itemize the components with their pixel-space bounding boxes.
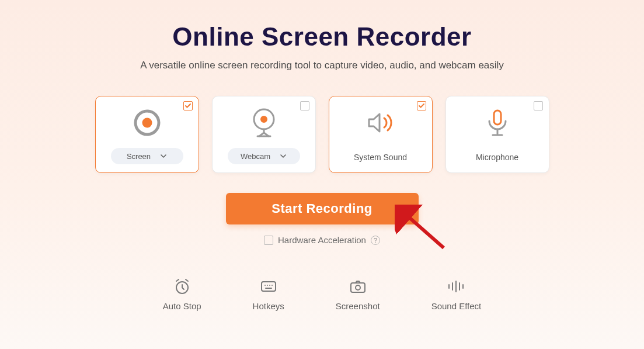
svg-point-13 bbox=[356, 285, 360, 290]
source-cards: Screen Webcam bbox=[95, 96, 549, 173]
help-icon[interactable]: ? bbox=[371, 236, 380, 245]
camera-icon bbox=[349, 279, 367, 294]
webcam-dropdown[interactable]: Webcam bbox=[228, 148, 300, 164]
keyboard-icon bbox=[260, 279, 277, 294]
speaker-icon bbox=[365, 106, 396, 140]
svg-rect-12 bbox=[351, 283, 365, 292]
tool-sound-effect[interactable]: Sound Effect bbox=[431, 279, 482, 311]
tool-auto-stop-label: Auto Stop bbox=[163, 301, 201, 311]
page-title: Online Screen Recorder bbox=[172, 22, 471, 51]
microphone-icon bbox=[485, 106, 510, 140]
card-system-sound[interactable]: System Sound bbox=[329, 96, 433, 173]
tool-hotkeys-label: Hotkeys bbox=[253, 301, 284, 311]
svg-rect-4 bbox=[494, 110, 501, 125]
page-subtitle: A versatile online screen recording tool… bbox=[140, 60, 504, 71]
checkbox-screen[interactable] bbox=[183, 101, 193, 110]
checkbox-system-sound[interactable] bbox=[417, 101, 426, 110]
microphone-label: Microphone bbox=[476, 153, 518, 162]
checkbox-webcam[interactable] bbox=[300, 101, 309, 110]
tool-hotkeys[interactable]: Hotkeys bbox=[253, 279, 284, 311]
tool-sound-effect-label: Sound Effect bbox=[431, 301, 482, 311]
card-webcam[interactable]: Webcam bbox=[212, 96, 316, 173]
svg-point-8 bbox=[267, 285, 268, 286]
check-icon bbox=[185, 102, 192, 109]
system-sound-label: System Sound bbox=[354, 153, 407, 162]
card-microphone[interactable]: Microphone bbox=[445, 96, 549, 173]
checkbox-microphone[interactable] bbox=[534, 101, 543, 110]
screen-dropdown-label: Screen bbox=[127, 152, 151, 161]
check-icon bbox=[418, 102, 425, 109]
svg-rect-6 bbox=[262, 282, 276, 291]
hardware-accel-row: Hardware Acceleration ? bbox=[264, 235, 380, 245]
chevron-down-icon bbox=[280, 153, 287, 160]
hardware-accel-label: Hardware Acceleration bbox=[278, 235, 366, 245]
start-recording-button[interactable]: Start Recording bbox=[226, 193, 419, 224]
record-icon bbox=[133, 106, 162, 140]
webcam-icon bbox=[250, 106, 277, 140]
svg-point-7 bbox=[264, 285, 266, 286]
svg-point-1 bbox=[142, 118, 152, 128]
tools-row: Auto Stop Hotkeys Screenshot bbox=[163, 279, 482, 311]
webcam-dropdown-label: Webcam bbox=[241, 152, 270, 161]
tool-screenshot[interactable]: Screenshot bbox=[336, 279, 380, 311]
card-screen[interactable]: Screen bbox=[95, 96, 199, 173]
tool-auto-stop[interactable]: Auto Stop bbox=[163, 279, 201, 311]
sound-wave-icon bbox=[446, 279, 466, 294]
screen-dropdown[interactable]: Screen bbox=[111, 148, 183, 164]
svg-point-3 bbox=[260, 116, 267, 123]
alarm-clock-icon bbox=[173, 279, 191, 294]
svg-rect-11 bbox=[265, 288, 272, 289]
svg-point-9 bbox=[269, 285, 270, 286]
hardware-accel-checkbox[interactable] bbox=[264, 236, 273, 245]
tool-screenshot-label: Screenshot bbox=[336, 301, 380, 311]
chevron-down-icon bbox=[160, 153, 167, 160]
svg-point-10 bbox=[271, 285, 273, 286]
